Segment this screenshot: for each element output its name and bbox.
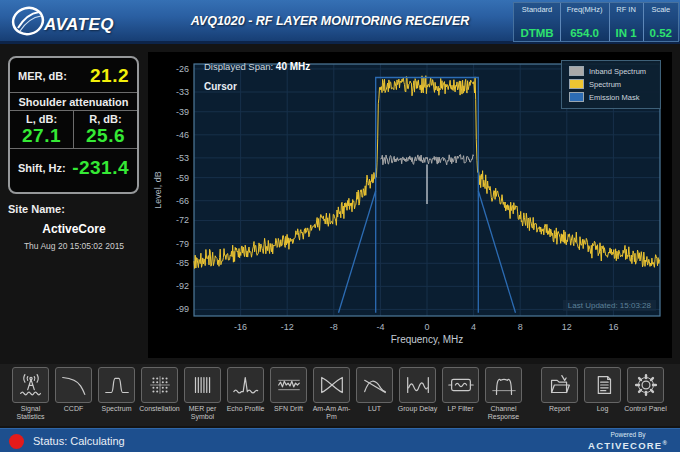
legend-item-inband-spectrum: Inband Spectrum bbox=[569, 66, 653, 76]
signal-statistics-button[interactable]: Signal Statistics bbox=[11, 367, 50, 421]
toolbar-button-label: Am-Am Am-Pm bbox=[308, 405, 356, 421]
shoulder-left-col: L, dB: 27.1 bbox=[10, 111, 73, 148]
lp-filter-button[interactable]: LP Filter bbox=[441, 367, 480, 413]
vertical-bars-icon bbox=[184, 367, 221, 403]
mer-value: 21.2 bbox=[90, 65, 129, 87]
svg-text:-33: -33 bbox=[176, 87, 189, 97]
toolbar-button-label: Report bbox=[536, 405, 584, 413]
legend-inband-spectrum-label: Inband Spectrum bbox=[589, 67, 646, 76]
shift-row: Shift, Hz: -231.4 bbox=[10, 149, 137, 187]
info-frequency-label: Freq(MHz) bbox=[567, 5, 603, 14]
toolbar-button-label: Echo Profile bbox=[222, 405, 270, 413]
legend-item-emission-mask: Emission Mask bbox=[569, 92, 653, 102]
svg-text:0: 0 bbox=[424, 322, 429, 332]
toolbar-button-label: SFN Drift bbox=[265, 405, 313, 413]
activecore-brand: ACTIVECORE® bbox=[588, 439, 668, 450]
registered-mark: ® bbox=[662, 440, 668, 446]
toolbar-button-label: Signal Statistics bbox=[7, 405, 55, 421]
svg-text:-79: -79 bbox=[176, 239, 189, 249]
channel-response-button[interactable]: Channel Response bbox=[484, 367, 523, 421]
shoulder-attenuation-title: Shoulder attenuation bbox=[10, 93, 137, 111]
noisy-line-icon bbox=[270, 367, 307, 403]
filter-box-icon bbox=[442, 367, 479, 403]
avateq-logo: AVATEQ bbox=[8, 4, 114, 40]
dot-grid-icon bbox=[141, 367, 178, 403]
svg-text:-16: -16 bbox=[234, 322, 247, 332]
info-scale-label: Scale bbox=[651, 5, 670, 14]
toolbar-button-label: Log bbox=[579, 405, 627, 413]
report-folder-icon bbox=[541, 367, 578, 403]
control-panel-button[interactable]: Control Panel bbox=[626, 367, 665, 413]
svg-text:8: 8 bbox=[518, 322, 523, 332]
toolbar-button-label: LP Filter bbox=[437, 405, 485, 413]
constellation-button[interactable]: Constellation bbox=[140, 367, 179, 413]
site-name-value: ActiveCore bbox=[0, 222, 148, 236]
svg-text:-4: -4 bbox=[376, 322, 384, 332]
svg-text:-99: -99 bbox=[176, 304, 189, 314]
site-name-label: Site Name: bbox=[8, 203, 65, 215]
info-frequency: Freq(MHz) 654.0 bbox=[560, 3, 609, 41]
toolbar-button-label: LUT bbox=[351, 405, 399, 413]
spectrum-button[interactable]: Spectrum bbox=[97, 367, 136, 413]
bowtie-icon bbox=[313, 367, 350, 403]
inband-spectrum-swatch bbox=[569, 66, 584, 76]
displayed-span-text: Displayed Span: 40 MHz bbox=[204, 61, 310, 72]
am-am-am-pm-button[interactable]: Am-Am Am-Pm bbox=[312, 367, 351, 421]
toolbar-button-label: MER per Symbol bbox=[179, 405, 227, 421]
response-brackets-icon bbox=[485, 367, 522, 403]
log-button[interactable]: Log bbox=[583, 367, 622, 413]
measurement-panel: MER, dB: 21.2 Shoulder attenuation L, dB… bbox=[8, 56, 139, 194]
echo-profile-button[interactable]: Echo Profile bbox=[226, 367, 265, 413]
gear-icon bbox=[627, 367, 664, 403]
svg-text:-92: -92 bbox=[176, 281, 189, 291]
status-text: Status: Calculating bbox=[33, 435, 125, 447]
shoulder-left-label: L, dB: bbox=[10, 113, 73, 125]
shoulder-right-label: R, dB: bbox=[74, 113, 137, 125]
report-button[interactable]: Report bbox=[540, 367, 579, 413]
status-bar: Status: Calculating Powered By ACTIVECOR… bbox=[0, 428, 680, 452]
delay-curve-icon bbox=[399, 367, 436, 403]
svg-text:16: 16 bbox=[608, 322, 618, 332]
info-rf-input-label: RF IN bbox=[616, 5, 636, 14]
spectrum-chart-panel: -26-33-39-46-53-59-66-72-79-85-92-99-16-… bbox=[148, 52, 672, 358]
svg-text:-26: -26 bbox=[176, 64, 189, 74]
info-rf-input: RF IN IN 1 bbox=[609, 3, 643, 41]
svg-text:-39: -39 bbox=[176, 107, 189, 117]
toolbar-button-label: Group Delay bbox=[394, 405, 442, 413]
logo-text: AVATEQ bbox=[44, 15, 114, 35]
shift-value: -231.4 bbox=[72, 157, 129, 179]
emission-mask-swatch bbox=[569, 92, 584, 102]
ccdf-button[interactable]: CCDF bbox=[54, 367, 93, 413]
legend-emission-mask-label: Emission Mask bbox=[589, 93, 639, 102]
displayed-span-label: Displayed Span: bbox=[204, 61, 273, 72]
shoulder-left-value: 27.1 bbox=[10, 125, 73, 147]
info-standard: Standard DTMB bbox=[514, 3, 559, 41]
spike-icon bbox=[227, 367, 264, 403]
svg-text:-59: -59 bbox=[176, 173, 189, 183]
legend-spectrum-label: Spectrum bbox=[589, 80, 621, 89]
shoulder-right-col: R, dB: 25.6 bbox=[73, 111, 137, 148]
svg-text:-46: -46 bbox=[176, 130, 189, 140]
powered-by-block: Powered By ACTIVECORE® bbox=[588, 431, 668, 450]
info-scale: Scale 0.52 bbox=[643, 3, 678, 41]
mer-per-symbol-button[interactable]: MER per Symbol bbox=[183, 367, 222, 421]
site-datetime: Thu Aug 20 15:05:02 2015 bbox=[0, 241, 148, 251]
shoulder-right-value: 25.6 bbox=[74, 125, 137, 147]
svg-text:-12: -12 bbox=[281, 322, 294, 332]
group-delay-button[interactable]: Group Delay bbox=[398, 367, 437, 413]
info-frequency-value: 654.0 bbox=[570, 27, 599, 39]
info-rf-input-value: IN 1 bbox=[616, 27, 637, 39]
status-indicator-icon bbox=[9, 434, 24, 449]
toolbar-button-label: Constellation bbox=[136, 405, 184, 413]
top-bar: AVATEQ AVQ1020 - RF LAYER MONITORING REC… bbox=[0, 0, 680, 44]
ccdf-curve-icon bbox=[55, 367, 92, 403]
powered-by-label: Powered By bbox=[588, 431, 668, 439]
svg-text:4: 4 bbox=[471, 322, 476, 332]
sfn-drift-button[interactable]: SFN Drift bbox=[269, 367, 308, 413]
lut-button[interactable]: LUT bbox=[355, 367, 394, 413]
page-title: AVQ1020 - RF LAYER MONITORING RECEIVER bbox=[140, 0, 520, 41]
spectrum-swatch bbox=[569, 79, 584, 89]
toolbar-button-label: Channel Response bbox=[480, 405, 528, 421]
svg-text:12: 12 bbox=[562, 322, 572, 332]
chart-legend: Inband Spectrum Spectrum Emission Mask bbox=[561, 60, 661, 109]
